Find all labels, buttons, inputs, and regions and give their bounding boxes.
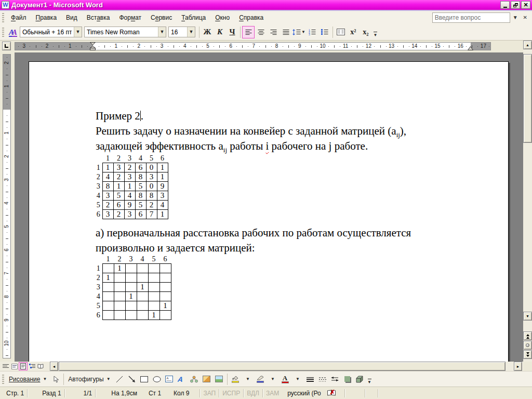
line-button[interactable] xyxy=(113,373,126,385)
tab-selector[interactable] xyxy=(2,42,11,50)
doc-paragraph-line[interactable]: произвольно и задается матрицей: xyxy=(96,242,255,255)
ruler-mark: 6 xyxy=(229,43,232,49)
menu-item-format[interactable]: Формат xyxy=(114,12,146,23)
dash-style-button[interactable] xyxy=(316,373,329,385)
chevron-down-icon[interactable]: ▼ xyxy=(187,27,195,37)
chevron-down-icon[interactable]: ▼ xyxy=(158,27,166,37)
menu-item-insert[interactable]: Вставка xyxy=(82,12,115,23)
scroll-right-button[interactable]: ► xyxy=(514,362,522,371)
oval-button[interactable] xyxy=(151,373,163,385)
status-extend-selection[interactable]: ВДЛ xyxy=(244,390,262,397)
menu-item-window[interactable]: Окно xyxy=(210,12,234,23)
web-layout-view-button[interactable] xyxy=(10,362,19,370)
efficiency-matrix[interactable]: 1234561132601242383138115094354883526952… xyxy=(95,154,168,219)
align-right-button[interactable] xyxy=(267,26,280,38)
doc-paragraph-line[interactable]: Решить задачу о назначении на конвейер с… xyxy=(96,125,406,138)
menu-item-file[interactable]: Файл xyxy=(6,12,31,23)
previous-object-button[interactable] xyxy=(523,331,532,340)
minimize-button[interactable] xyxy=(500,1,510,9)
next-object-button[interactable] xyxy=(523,350,532,359)
italic-button[interactable]: К xyxy=(214,26,226,38)
doc-paragraph-line[interactable]: задающей эффективность aij работы i рабо… xyxy=(96,140,368,153)
font-size-combobox[interactable]: 16 ▼ xyxy=(168,26,195,37)
menu-item-edit[interactable]: Правка xyxy=(31,12,62,23)
style-combobox[interactable]: Обычный + 16 пт ▼ xyxy=(20,26,82,37)
matrix-col-header: 6 xyxy=(159,255,171,264)
fill-color-button[interactable] xyxy=(229,373,242,385)
question-input[interactable] xyxy=(432,12,510,23)
rectangle-button[interactable] xyxy=(138,373,151,385)
align-center-button[interactable] xyxy=(255,26,267,38)
scroll-down-button[interactable]: ▼ xyxy=(523,312,532,321)
shadow-style-button[interactable] xyxy=(341,373,354,385)
menu-item-tools[interactable]: Сервис xyxy=(146,12,177,23)
toolbar-grip[interactable] xyxy=(2,13,4,22)
bold-button[interactable]: Ж xyxy=(201,26,214,38)
chevron-down-icon[interactable]: ▼ xyxy=(242,373,254,385)
menu-item-view[interactable]: Вид xyxy=(61,12,82,23)
page[interactable]: Пример 2. Решить задачу о назначении на … xyxy=(29,61,509,362)
toolbar-options-button[interactable]: ▼ xyxy=(366,373,373,385)
assignment-matrix[interactable]: 123456112131415161 xyxy=(95,255,171,320)
line-style-button[interactable] xyxy=(304,373,316,385)
select-objects-button[interactable] xyxy=(49,373,62,385)
justify-button[interactable] xyxy=(280,26,292,38)
indent-marker[interactable] xyxy=(90,42,96,51)
columns-button[interactable] xyxy=(335,26,347,38)
toolbar-grip[interactable] xyxy=(2,375,4,384)
wordart-button[interactable]: А xyxy=(176,373,188,385)
bulleted-list-button[interactable] xyxy=(318,26,331,38)
superscript-button[interactable]: x² xyxy=(347,26,360,38)
drawing-menu-button[interactable]: Рисование▼ xyxy=(6,373,49,385)
chevron-down-icon[interactable]: ▼ xyxy=(74,27,82,37)
subscript-button[interactable]: x₂ xyxy=(360,26,372,38)
reading-view-button[interactable] xyxy=(36,362,45,370)
print-layout-view-button[interactable] xyxy=(19,362,28,370)
select-browse-object-button[interactable] xyxy=(523,341,532,350)
close-icon[interactable]: ✕ xyxy=(521,15,530,20)
insert-picture-button[interactable] xyxy=(213,373,225,385)
status-record-mode[interactable]: ЗАП xyxy=(200,390,219,397)
restore-button[interactable] xyxy=(511,1,520,9)
scrollbar-thumb[interactable] xyxy=(59,362,506,371)
font-color-button[interactable]: А xyxy=(279,373,291,385)
scroll-left-button[interactable]: ◄ xyxy=(50,362,58,371)
text-box-button[interactable]: А xyxy=(163,373,176,385)
outline-view-button[interactable] xyxy=(28,362,36,370)
doc-paragraph-line[interactable]: а) первоначальная расстановка рабочих по… xyxy=(96,227,411,240)
vertical-scrollbar[interactable]: ▲ ▼ xyxy=(523,41,532,362)
menu-item-table[interactable]: Таблица xyxy=(177,12,210,23)
spelling-status-icon[interactable]: ✗ xyxy=(327,390,336,396)
chevron-down-icon[interactable]: ▼ xyxy=(267,373,279,385)
clip-art-button[interactable] xyxy=(201,373,213,385)
font-combobox[interactable]: Times New Roman ▼ xyxy=(84,26,166,37)
numbered-list-button[interactable]: 123 xyxy=(306,26,318,38)
styles-and-formatting-button[interactable]: АА xyxy=(6,26,20,38)
line-color-button[interactable] xyxy=(254,373,267,385)
scrollbar-thumb[interactable] xyxy=(523,54,532,143)
align-left-button[interactable] xyxy=(242,26,255,38)
toolbar-grip[interactable] xyxy=(2,28,4,37)
status-track-changes[interactable]: ИСПР xyxy=(219,390,243,397)
toolbar-options-button[interactable]: ▼ xyxy=(372,26,379,38)
arrow-button[interactable] xyxy=(126,373,138,385)
doc-heading-line[interactable]: Пример 2. xyxy=(96,110,143,123)
scroll-up-button[interactable]: ▲ xyxy=(523,41,532,49)
matrix-row-header: 4 xyxy=(95,292,102,301)
line-spacing-button[interactable]: ▼ xyxy=(292,26,306,38)
diagram-button[interactable] xyxy=(188,373,201,385)
underline-button[interactable]: Ч xyxy=(226,26,238,38)
right-indent-marker[interactable] xyxy=(468,46,473,51)
arrow-style-button[interactable] xyxy=(329,373,341,385)
status-overtype[interactable]: ЗАМ xyxy=(263,390,282,397)
autoshapes-menu-button[interactable]: Автофигуры▼ xyxy=(65,373,113,385)
normal-view-button[interactable] xyxy=(1,362,10,370)
chevron-down-icon[interactable]: ▼ xyxy=(510,15,521,20)
vertical-ruler[interactable]: 1212345678910 xyxy=(3,54,11,358)
menu-item-help[interactable]: Справка xyxy=(234,12,268,23)
threed-style-button[interactable] xyxy=(354,373,366,385)
horizontal-ruler[interactable]: 1231234567891011121314151617 xyxy=(15,42,491,50)
close-button[interactable]: ✕ xyxy=(521,1,530,9)
horizontal-scrollbar[interactable]: ◄ ► xyxy=(0,362,523,371)
chevron-down-icon[interactable]: ▼ xyxy=(291,373,304,385)
